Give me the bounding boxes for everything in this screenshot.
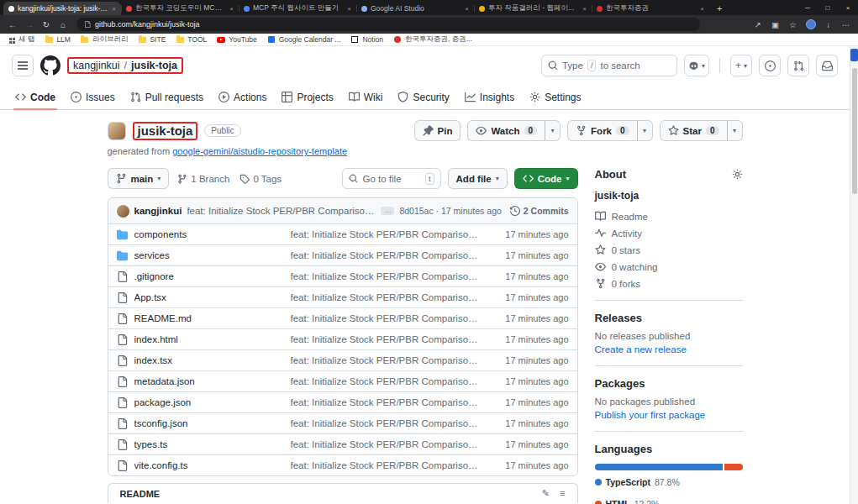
browser-tab[interactable]: MCP 주식 웹사이트 만들기 ×: [239, 2, 356, 15]
bookmark-item[interactable]: LLM: [45, 35, 71, 44]
publish-package-link[interactable]: Publish your first package: [595, 410, 743, 420]
refresh-button[interactable]: ↻: [39, 18, 54, 32]
tab-close-icon[interactable]: ×: [347, 5, 351, 13]
pin-button[interactable]: Pin: [414, 120, 461, 141]
table-row[interactable]: index.tsx feat: Initialize Stock PER/PBR…: [108, 349, 577, 370]
table-row[interactable]: components feat: Initialize Stock PER/PB…: [108, 223, 577, 244]
tab-close-icon[interactable]: ×: [229, 5, 234, 13]
table-row[interactable]: README.md feat: Initialize Stock PER/PBR…: [108, 307, 577, 328]
more-menu-icon[interactable]: ⋯: [839, 18, 853, 32]
file-name-link[interactable]: tsconfig.json: [134, 418, 284, 428]
table-row[interactable]: tsconfig.json feat: Initialize Stock PER…: [108, 412, 577, 433]
repo-stat-item[interactable]: Activity: [595, 228, 743, 239]
file-commit-message-link[interactable]: feat: Initialize Stock PER/PBR Compariso…: [291, 418, 482, 428]
create-new-button[interactable]: +▾: [730, 55, 752, 76]
table-row[interactable]: index.html feat: Initialize Stock PER/PB…: [108, 328, 577, 349]
downloads-icon[interactable]: ↓: [821, 18, 835, 32]
commit-history-link[interactable]: 2 Commits: [510, 206, 569, 216]
tab-wiki[interactable]: Wiki: [342, 85, 390, 109]
profile-avatar[interactable]: [803, 18, 818, 32]
file-name-link[interactable]: App.tsx: [134, 292, 284, 302]
file-commit-message-link[interactable]: feat: Initialize Stock PER/PBR Compariso…: [291, 334, 482, 344]
bookmark-item[interactable]: Google Calendar ...: [267, 35, 341, 44]
maximize-button[interactable]: □: [818, 0, 838, 15]
scrollbar-track[interactable]: [850, 46, 858, 504]
close-button[interactable]: ×: [838, 0, 858, 15]
hamburger-menu-button[interactable]: [12, 55, 34, 76]
commit-expand-button[interactable]: …: [381, 207, 394, 215]
bookmark-item[interactable]: TOOL: [176, 35, 207, 44]
github-logo-icon[interactable]: [40, 55, 61, 76]
file-commit-message-link[interactable]: feat: Initialize Stock PER/PBR Compariso…: [291, 397, 482, 407]
star-dropdown-button[interactable]: ▾: [727, 120, 743, 141]
create-release-link[interactable]: Create a new release: [595, 344, 743, 354]
url-text[interactable]: github.com/kangjinkui/jusik-toja: [95, 20, 200, 29]
scrollbar-thumb[interactable]: [852, 68, 857, 194]
repo-stat-item[interactable]: 0 forks: [595, 278, 743, 289]
bookmark-item[interactable]: YouTube: [217, 35, 256, 44]
table-row[interactable]: package.json feat: Initialize Stock PER/…: [108, 391, 577, 412]
file-name-link[interactable]: README.md: [134, 313, 284, 323]
outline-icon[interactable]: ≡: [560, 488, 565, 499]
watch-button[interactable]: Watch 0: [467, 120, 545, 141]
breadcrumb-repo-link[interactable]: jusik-toja: [131, 60, 177, 71]
issues-header-button[interactable]: [759, 55, 781, 76]
browser-tab[interactable]: Google AI Studio ×: [356, 2, 474, 15]
tab-pull-requests[interactable]: Pull requests: [124, 85, 210, 109]
table-row[interactable]: App.tsx feat: Initialize Stock PER/PBR C…: [108, 286, 577, 307]
commit-sha-and-time[interactable]: 8d015ac · 17 minutes ago: [399, 206, 501, 216]
code-button[interactable]: Code ▾: [514, 168, 578, 189]
table-row[interactable]: metadata.json feat: Initialize Stock PER…: [108, 370, 577, 391]
tab-close-icon[interactable]: ×: [700, 5, 704, 13]
file-commit-message-link[interactable]: feat: Initialize Stock PER/PBR Compariso…: [291, 229, 482, 239]
tab-code[interactable]: Code: [8, 85, 62, 109]
tab-close-icon[interactable]: ×: [582, 5, 587, 13]
repo-stat-item[interactable]: 0 stars: [595, 244, 743, 255]
file-name-link[interactable]: components: [134, 229, 284, 239]
bookmark-item[interactable]: Notion: [350, 35, 383, 44]
branches-link[interactable]: 1 Branch: [177, 174, 229, 184]
repo-stat-item[interactable]: Readme: [595, 211, 743, 222]
template-repo-link[interactable]: google-gemini/aistudio-repository-templa…: [172, 146, 347, 156]
tab-security[interactable]: Security: [391, 85, 455, 109]
tab-issues[interactable]: Issues: [64, 85, 122, 109]
star-button[interactable]: Star 0: [660, 120, 728, 141]
tab-projects[interactable]: Projects: [275, 85, 340, 109]
repo-stat-item[interactable]: 0 watching: [595, 261, 743, 272]
file-commit-message-link[interactable]: feat: Initialize Stock PER/PBR Compariso…: [291, 460, 482, 470]
file-commit-message-link[interactable]: feat: Initialize Stock PER/PBR Compariso…: [291, 250, 482, 260]
file-commit-message-link[interactable]: feat: Initialize Stock PER/PBR Compariso…: [291, 313, 482, 323]
forward-button[interactable]: →: [22, 18, 37, 32]
browser-tab[interactable]: 한국투자증권 ×: [592, 2, 709, 15]
releases-title[interactable]: Releases: [595, 312, 743, 324]
inbox-button[interactable]: [816, 55, 838, 76]
edge-sidebar-button[interactable]: [850, 49, 858, 61]
tags-link[interactable]: 0 Tags: [240, 174, 282, 184]
go-to-file-input[interactable]: Go to file t: [342, 168, 441, 189]
fork-dropdown-button[interactable]: ▾: [637, 120, 653, 141]
tab-insights[interactable]: Insights: [458, 85, 521, 109]
tab-actions[interactable]: Actions: [212, 85, 273, 109]
file-commit-message-link[interactable]: feat: Initialize Stock PER/PBR Compariso…: [291, 292, 482, 302]
watch-dropdown-button[interactable]: ▾: [545, 120, 561, 141]
language-legend-item[interactable]: TypeScript 87.8%: [595, 477, 680, 487]
file-name-link[interactable]: package.json: [134, 397, 284, 407]
back-button[interactable]: ←: [5, 18, 20, 32]
bookmark-item[interactable]: SITE: [138, 35, 166, 44]
address-bar[interactable]: github.com/kangjinkui/jusik-toja: [76, 18, 700, 31]
edit-readme-icon[interactable]: ✎: [542, 488, 550, 499]
file-commit-message-link[interactable]: feat: Initialize Stock PER/PBR Compariso…: [291, 439, 482, 449]
file-name-link[interactable]: types.ts: [134, 439, 284, 449]
file-commit-message-link[interactable]: feat: Initialize Stock PER/PBR Compariso…: [291, 355, 482, 365]
new-tab-button[interactable]: +: [709, 2, 729, 15]
repo-owner-avatar[interactable]: [108, 122, 126, 140]
favorites-star-icon[interactable]: ☆: [786, 18, 800, 32]
global-search-input[interactable]: Type / to search: [541, 55, 677, 76]
browser-tab[interactable]: kangjinkui/jusik-toja: jusik-toja ×: [3, 2, 121, 15]
add-file-button[interactable]: Add file ▾: [448, 168, 508, 189]
commit-author-avatar[interactable]: [117, 205, 129, 218]
bookmark-item[interactable]: 라이브러리: [81, 34, 129, 45]
file-name-link[interactable]: .gitignore: [134, 271, 284, 281]
home-button[interactable]: ⌂: [55, 18, 71, 32]
repo-name[interactable]: jusik-toja: [138, 123, 193, 138]
